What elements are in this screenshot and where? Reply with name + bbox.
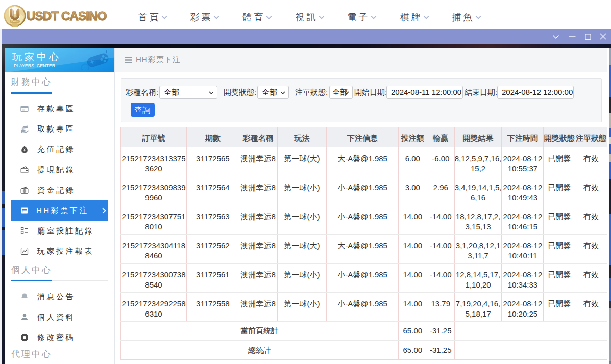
svg-text:Casino: Casino <box>11 20 19 23</box>
